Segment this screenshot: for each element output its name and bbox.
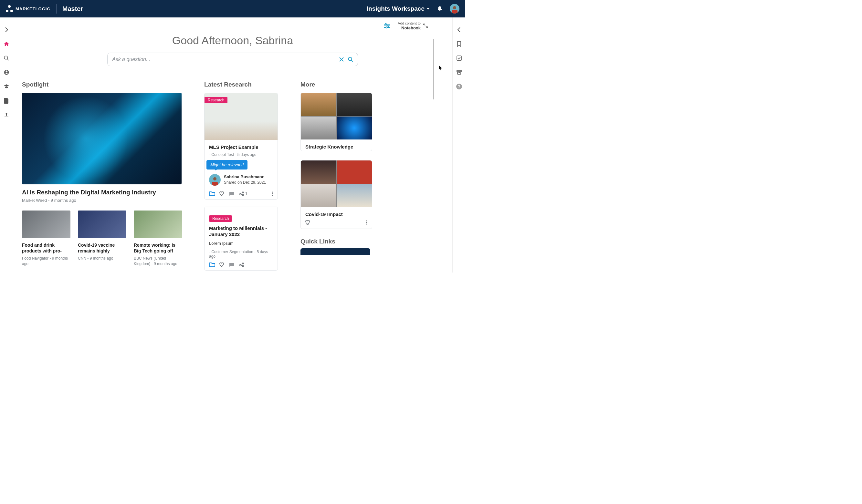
more-vertical-icon: [366, 220, 367, 225]
bookmark-icon: [457, 41, 461, 47]
search-input[interactable]: [107, 53, 358, 66]
spotlight-hero-image[interactable]: [22, 93, 182, 184]
more-button[interactable]: [272, 191, 273, 196]
research-badge: Research: [209, 215, 232, 222]
workspace-master[interactable]: Master: [62, 5, 83, 13]
research-badge: Research: [205, 97, 227, 103]
archive-icon: [457, 70, 462, 75]
share-button[interactable]: [239, 263, 244, 267]
svg-point-29: [366, 222, 367, 223]
spotlight-card[interactable]: Remote working: Is Big Tech going off BB…: [134, 211, 182, 266]
sliders-icon: [384, 23, 390, 28]
filters-button[interactable]: [384, 23, 390, 28]
search-icon: [348, 56, 353, 62]
rail-bookmark[interactable]: [456, 41, 462, 47]
like-button[interactable]: [305, 220, 311, 225]
globe-icon: [3, 69, 9, 75]
folder-button[interactable]: [209, 263, 215, 267]
search-bar: [107, 53, 358, 66]
scrollbar[interactable]: [433, 39, 434, 100]
research-title: MLS Project Example: [209, 144, 273, 150]
spotlight-thumb: [134, 211, 182, 238]
svg-point-0: [4, 56, 8, 59]
research-desc: Lorem Ipsum: [209, 241, 273, 246]
nav-documents[interactable]: [3, 97, 10, 104]
svg-line-18: [240, 193, 242, 194]
research-card[interactable]: Research Marketing to Millennials - Janu…: [204, 207, 278, 270]
folder-button[interactable]: [209, 191, 215, 196]
help-icon: ?: [456, 84, 462, 90]
svg-line-27: [240, 265, 242, 266]
rail-help[interactable]: ?: [456, 83, 462, 90]
bell-icon: [437, 6, 443, 12]
svg-line-26: [240, 264, 242, 264]
latest-research-column: Latest Research Research MLS Project Exa…: [204, 81, 278, 273]
svg-line-14: [351, 60, 353, 62]
more-card[interactable]: Covid-19 Impact: [300, 160, 372, 229]
research-card[interactable]: Research MLS Project Example - Concept T…: [204, 93, 278, 200]
search-button[interactable]: [348, 56, 353, 62]
spotlight-card-meta: BBC News (United Kingdom) - 9 months ago: [134, 256, 182, 266]
research-image: Research: [205, 93, 277, 140]
like-button[interactable]: [219, 263, 224, 267]
comment-button[interactable]: [229, 263, 234, 267]
comment-button[interactable]: [229, 191, 234, 196]
clear-search-button[interactable]: [339, 57, 344, 62]
share-icon: [239, 191, 244, 196]
quicklink-card[interactable]: [300, 248, 370, 255]
rail-tasks[interactable]: [456, 55, 462, 61]
spotlight-card-title: Remote working: Is Big Tech going off: [134, 242, 182, 254]
right-rail: ?: [452, 17, 465, 273]
logo-mark-icon: [6, 5, 13, 12]
svg-point-10: [386, 27, 387, 28]
research-title: Marketing to Millennials - January 2022: [209, 225, 273, 238]
chevron-down-icon: [427, 8, 430, 10]
brand-logo[interactable]: MARKETLOGIC: [6, 5, 50, 12]
add-to-notebook[interactable]: Add content toNotebook: [398, 21, 428, 31]
upload-icon: [3, 112, 9, 118]
spotlight-card-meta: Food Navigator - 9 months ago: [22, 256, 70, 266]
spotlight-card[interactable]: Food and drink products with pro- Food N…: [22, 211, 70, 266]
svg-point-20: [272, 191, 273, 193]
more-button[interactable]: [366, 220, 367, 225]
research-meta: - Concept Test - 5 days ago: [209, 152, 273, 157]
workspace-dropdown[interactable]: Insights Workspace: [367, 5, 430, 12]
close-icon: [339, 57, 344, 62]
research-meta: - Customer Segmentation - 5 days ago: [209, 250, 273, 258]
expand-icon: [423, 24, 428, 28]
notifications-button[interactable]: [437, 6, 443, 12]
more-title: Strategic Knowledge: [301, 140, 372, 151]
svg-point-8: [385, 24, 387, 25]
nav-search[interactable]: [3, 55, 10, 61]
svg-point-13: [348, 57, 352, 61]
nav-global[interactable]: [3, 69, 10, 76]
user-avatar[interactable]: [450, 4, 459, 14]
svg-line-1: [7, 59, 9, 61]
nav-home[interactable]: [3, 41, 10, 47]
spotlight-heading: Spotlight: [22, 81, 182, 88]
share-button[interactable]: [239, 191, 244, 196]
more-image-grid: [301, 93, 372, 140]
more-card[interactable]: Strategic Knowledge: [300, 93, 372, 151]
more-image-grid: [301, 160, 372, 207]
comment-icon: [229, 263, 234, 267]
spotlight-card-title: Covid-19 vaccine remains highly: [78, 242, 126, 254]
graduation-icon: [3, 84, 9, 90]
like-button[interactable]: [219, 191, 224, 196]
nav-upload[interactable]: [3, 112, 10, 118]
spotlight-column: Spotlight AI is Reshaping the Digital Ma…: [22, 81, 182, 273]
rail-archive[interactable]: [456, 69, 462, 76]
sharer-avatar[interactable]: [209, 174, 221, 186]
spotlight-card[interactable]: Covid-19 vaccine remains highly CNN - 9 …: [78, 211, 126, 266]
latest-heading: Latest Research: [204, 81, 278, 88]
expand-rail-button[interactable]: [3, 26, 10, 33]
collapse-rail-button[interactable]: [456, 26, 462, 33]
more-column: More Strategic Knowledge Covid-19 Impact: [300, 81, 372, 273]
home-icon: [3, 41, 9, 47]
svg-point-28: [366, 220, 367, 221]
spotlight-hero-title[interactable]: AI is Reshaping the Digital Marketing In…: [22, 189, 182, 196]
quicklinks-heading: Quick Links: [300, 238, 372, 245]
svg-point-15: [239, 193, 240, 194]
spotlight-card-title: Food and drink products with pro-: [22, 242, 70, 254]
nav-learn[interactable]: [3, 83, 10, 90]
